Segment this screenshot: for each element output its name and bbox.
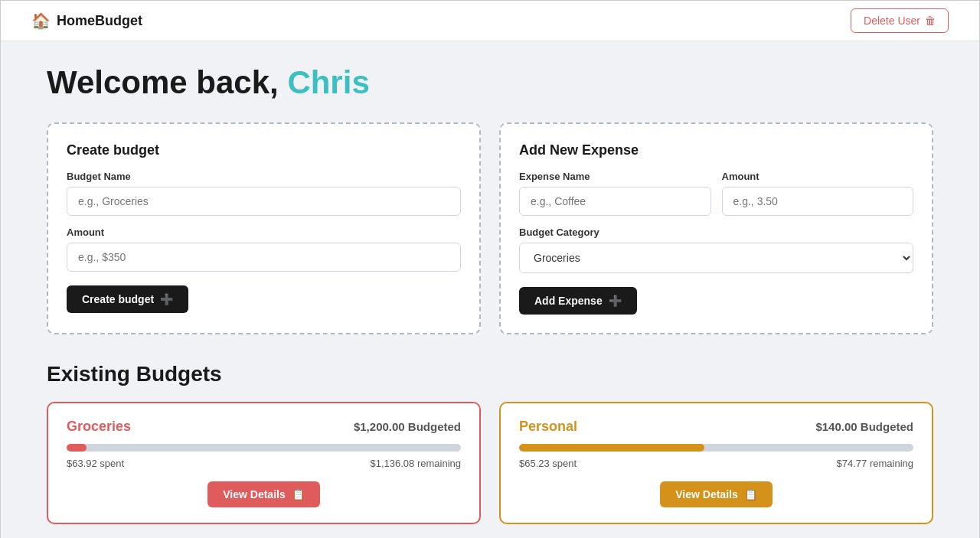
create-budget-label: Create budget: [82, 293, 154, 305]
personal-card-name: Personal: [519, 419, 577, 435]
create-budget-title: Create budget: [67, 142, 461, 158]
budget-name-input[interactable]: [67, 187, 461, 216]
create-budget-button[interactable]: Create budget ➕: [67, 285, 188, 313]
details-icon-groceries: 📋: [292, 488, 305, 501]
add-expense-card: Add New Expense Expense Name Amount Budg…: [499, 122, 933, 334]
personal-progress-track: [519, 444, 913, 452]
personal-card-header: Personal $140.00 Budgeted: [519, 419, 913, 435]
expense-amount-label: Amount: [722, 171, 914, 182]
groceries-btn-center: View Details 📋: [67, 481, 461, 507]
personal-btn-center: View Details 📋: [519, 481, 913, 507]
groceries-progress-track: [67, 444, 461, 452]
budget-category-label: Budget Category: [519, 227, 913, 238]
personal-view-details-button[interactable]: View Details 📋: [660, 481, 772, 507]
create-budget-card: Create budget Budget Name Amount Create …: [47, 122, 481, 334]
expense-amount-group: Amount: [722, 171, 914, 227]
groceries-stats: $63.92 spent $1,136.08 remaining: [67, 458, 461, 469]
budget-amount-label: Amount: [67, 227, 461, 238]
username: Chris: [287, 64, 369, 100]
groceries-budget-card: Groceries $1,200.00 Budgeted $63.92 spen…: [47, 402, 481, 524]
logo-area: 🏠 HomeBudget: [31, 11, 142, 30]
create-budget-icon: ➕: [160, 293, 173, 305]
add-expense-label: Add Expense: [534, 295, 603, 307]
welcome-text: Welcome back,: [47, 64, 287, 100]
groceries-remaining: $1,136.08 remaining: [370, 458, 461, 469]
groceries-card-name: Groceries: [67, 419, 131, 435]
personal-progress-fill: [519, 444, 704, 452]
trash-icon: 🗑: [925, 15, 936, 27]
personal-spent: $65.23 spent: [519, 458, 577, 469]
personal-card-amount: $140.00 Budgeted: [815, 420, 913, 433]
logo-text: HomeBudget: [57, 13, 142, 29]
delete-user-button[interactable]: Delete User 🗑: [851, 8, 949, 33]
add-expense-icon: ➕: [609, 295, 622, 307]
groceries-view-label: View Details: [223, 488, 285, 501]
budget-amount-input[interactable]: [67, 243, 461, 272]
budget-category-select[interactable]: Groceries Personal Other: [519, 243, 913, 273]
personal-budget-card: Personal $140.00 Budgeted $65.23 spent $…: [499, 402, 933, 524]
groceries-card-header: Groceries $1,200.00 Budgeted: [67, 419, 461, 435]
groceries-card-amount: $1,200.00 Budgeted: [354, 420, 461, 433]
expense-amount-input[interactable]: [722, 187, 914, 216]
expense-name-label: Expense Name: [519, 171, 711, 182]
personal-view-label: View Details: [675, 488, 737, 501]
house-icon: 🏠: [31, 11, 51, 30]
groceries-progress-fill: [67, 444, 87, 452]
expense-name-input[interactable]: [519, 187, 711, 216]
expense-top-fields: Expense Name Amount: [519, 171, 913, 227]
forms-row: Create budget Budget Name Amount Create …: [47, 122, 933, 334]
budget-name-label: Budget Name: [67, 171, 461, 182]
personal-remaining: $74.77 remaining: [837, 458, 913, 469]
groceries-spent: $63.92 spent: [67, 458, 124, 469]
header: 🏠 HomeBudget Delete User 🗑: [1, 1, 979, 41]
welcome-heading: Welcome back, Chris: [47, 64, 933, 101]
personal-stats: $65.23 spent $74.77 remaining: [519, 458, 913, 469]
expense-name-group: Expense Name: [519, 171, 711, 227]
add-expense-button[interactable]: Add Expense ➕: [519, 287, 637, 315]
add-expense-title: Add New Expense: [519, 142, 913, 158]
existing-budgets-title: Existing Budgets: [47, 362, 933, 386]
budgets-row: Groceries $1,200.00 Budgeted $63.92 spen…: [47, 402, 933, 524]
delete-user-label: Delete User: [864, 15, 920, 27]
groceries-view-details-button[interactable]: View Details 📋: [207, 481, 319, 507]
main-content: Welcome back, Chris Create budget Budget…: [1, 41, 979, 538]
details-icon-personal: 📋: [744, 488, 757, 501]
